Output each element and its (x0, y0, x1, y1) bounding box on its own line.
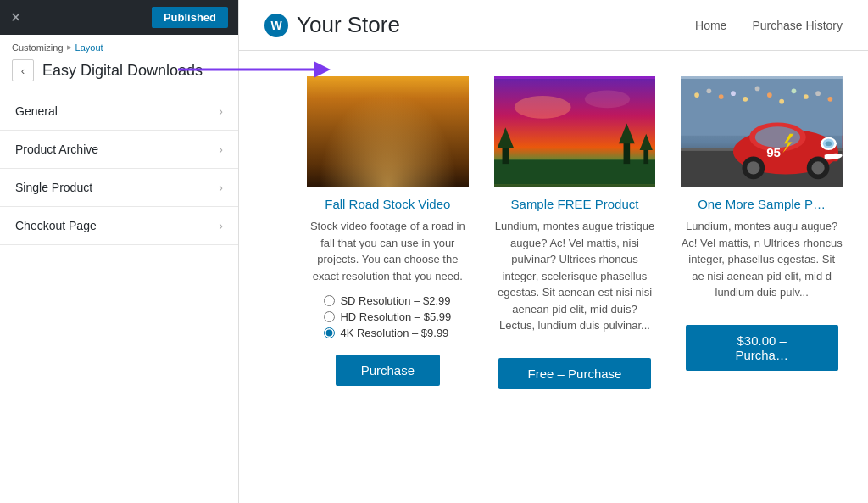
svg-point-8 (430, 77, 469, 113)
chevron-right-icon: › (219, 219, 223, 232)
product-title-one-more[interactable]: One More Sample P… (681, 197, 843, 211)
svg-point-43 (828, 97, 833, 102)
chevron-right-icon: › (219, 181, 223, 194)
svg-point-18 (425, 157, 431, 164)
sidebar-top-bar: ✕ Published (0, 0, 238, 35)
chevron-right-icon: › (219, 143, 223, 156)
svg-rect-14 (386, 164, 389, 176)
svg-point-52 (826, 141, 832, 146)
svg-point-22 (584, 90, 629, 108)
svg-point-39 (780, 99, 785, 104)
svg-point-5 (307, 77, 346, 113)
radio-hd[interactable]: HD Resolution – $5.99 (324, 310, 451, 323)
product-card-one-more: 95 One More Sample P… Lundium, montes au… (681, 76, 843, 389)
product-image-fall-road (307, 76, 469, 187)
product-title-fall-road[interactable]: Fall Road Stock Video (307, 197, 469, 211)
svg-marker-11 (364, 127, 412, 184)
sidebar-header: ✕ Published Customizing ▸ Layout ‹ Easy … (0, 0, 238, 92)
sidebar-nav: General › Product Archive › Single Produ… (0, 92, 238, 503)
svg-rect-2 (307, 79, 469, 184)
product-desc-one-more: Lundium, montes augu augue? Ac! Vel matt… (681, 218, 843, 301)
store-header: W Your Store Home Purchase History (239, 0, 868, 51)
svg-point-36 (743, 97, 748, 102)
breadcrumb: Customizing ▸ Layout (0, 35, 238, 56)
svg-rect-7 (437, 91, 469, 155)
svg-rect-23 (494, 159, 656, 184)
product-image-one-more: 95 (681, 76, 843, 187)
product-desc-sample-free: Lundium, montes augue tristique augue? A… (494, 218, 656, 334)
radio-sd[interactable]: SD Resolution – $2.99 (324, 294, 451, 307)
sidebar: ✕ Published Customizing ▸ Layout ‹ Easy … (0, 0, 239, 503)
products-area: Fall Road Stock Video Stock video footag… (239, 51, 868, 503)
customizing-label: Customizing (12, 42, 64, 53)
radio-options-fall-road: SD Resolution – $2.99 HD Resolution – $5… (324, 294, 451, 343)
nav-purchase-history[interactable]: Purchase History (752, 19, 843, 32)
sidebar-item-label: Checkout Page (15, 219, 97, 232)
svg-point-38 (767, 92, 772, 98)
svg-point-21 (514, 96, 570, 119)
product-title-sample-free[interactable]: Sample FREE Product (494, 197, 656, 211)
sidebar-item-label: General (15, 104, 58, 118)
svg-point-37 (755, 87, 760, 92)
svg-point-34 (719, 94, 724, 99)
svg-point-16 (336, 153, 342, 159)
sidebar-item-product-archive[interactable]: Product Archive › (0, 131, 238, 169)
close-button[interactable]: ✕ (10, 11, 21, 25)
svg-marker-10 (364, 123, 412, 183)
svg-text:95: 95 (766, 145, 781, 159)
store-nav: Home Purchase History (695, 19, 843, 32)
svg-point-35 (731, 91, 736, 96)
product-card-fall-road: Fall Road Stock Video Stock video footag… (307, 76, 469, 389)
sidebar-item-general[interactable]: General › (0, 92, 238, 131)
svg-point-15 (378, 117, 398, 130)
svg-point-17 (349, 161, 354, 166)
svg-point-55 (812, 161, 825, 174)
svg-point-41 (804, 94, 809, 99)
sidebar-item-single-product[interactable]: Single Product › (0, 169, 238, 207)
sidebar-item-checkout-page[interactable]: Checkout Page › (0, 207, 238, 245)
section-title: Easy Digital Downloads (42, 62, 203, 80)
sidebar-item-label: Product Archive (15, 143, 98, 156)
product-desc-fall-road: Stock video footage of a road in fall th… (307, 218, 469, 284)
store-title-area: W Your Store (264, 12, 400, 38)
svg-point-40 (792, 88, 797, 93)
svg-rect-4 (307, 91, 339, 155)
product-image-sample-free (494, 76, 656, 187)
store-name: Your Store (297, 12, 400, 38)
breadcrumb-separator: ▸ (67, 42, 72, 53)
svg-point-42 (816, 91, 821, 96)
svg-point-19 (437, 165, 442, 170)
back-row: ‹ Easy Digital Downloads (0, 56, 238, 92)
main-content: W Your Store Home Purchase History (239, 0, 868, 503)
nav-home[interactable]: Home (695, 19, 726, 32)
free-purchase-button[interactable]: Free – Purchase (498, 358, 651, 389)
published-button[interactable]: Published (152, 7, 228, 28)
breadcrumb-link[interactable]: Layout (75, 42, 103, 53)
product-card-sample-free: Sample FREE Product Lundium, montes augu… (494, 76, 656, 389)
svg-point-33 (707, 88, 712, 93)
chevron-right-icon: › (219, 104, 223, 118)
back-button[interactable]: ‹ (12, 59, 34, 81)
radio-4k[interactable]: 4K Resolution – $9.99 (324, 327, 451, 339)
svg-rect-3 (307, 79, 469, 131)
purchase-button-fall-road[interactable]: Purchase (336, 355, 440, 386)
svg-point-57 (748, 161, 760, 174)
svg-rect-12 (386, 131, 389, 143)
svg-point-6 (307, 88, 325, 117)
buy-button-one-more[interactable]: $30.00 – Purcha… (686, 325, 838, 371)
sidebar-item-label: Single Product (15, 181, 92, 194)
products-grid: Fall Road Stock Video Stock video footag… (307, 76, 843, 389)
svg-point-9 (451, 88, 469, 117)
svg-point-32 (695, 92, 700, 98)
svg-rect-13 (386, 148, 389, 159)
wordpress-logo: W (264, 14, 288, 37)
